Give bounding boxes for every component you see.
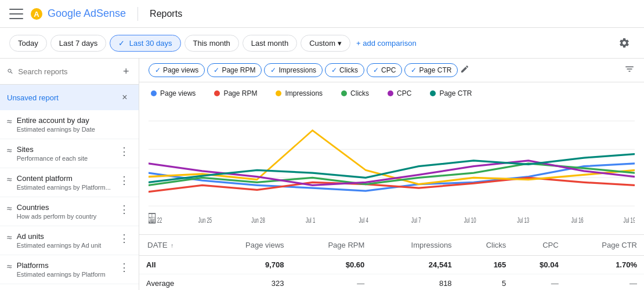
- search-icon: [7, 67, 13, 76]
- filter-today-button[interactable]: Today: [9, 35, 47, 52]
- nav-item-subtitle: Estimated earnings by Date: [17, 126, 132, 133]
- col-header-page-rpm[interactable]: Page RPM: [291, 235, 372, 256]
- line-chart: Jun 22 Jun 25 Jun 28 Jul 1 Jul 4 Jul 7 J…: [149, 102, 635, 234]
- sidebar-item-countries[interactable]: ≈ Countries How ads perform by country ⋮: [0, 197, 139, 226]
- close-unsaved-button[interactable]: ×: [118, 90, 132, 104]
- nav-item-more-icon[interactable]: ⋮: [117, 261, 132, 274]
- add-comparison-button[interactable]: + add comparison: [356, 39, 417, 48]
- table-row-average: Average 323 — 818 5 — —: [139, 274, 644, 291]
- filter-last30-button[interactable]: ✓ Last 30 days: [110, 35, 180, 52]
- metric-chip-page-ctr[interactable]: ✓ Page CTR: [404, 63, 458, 77]
- filter-lastmonth-button[interactable]: Last month: [243, 35, 297, 52]
- col-header-clicks[interactable]: Clicks: [459, 235, 513, 256]
- nav-item-title: Content platform: [17, 174, 112, 183]
- filter-thismonth-button[interactable]: This month: [184, 35, 239, 52]
- svg-text:Jul 13: Jul 13: [517, 216, 529, 224]
- cell-cpc-average: —: [513, 274, 565, 291]
- cell-cpc-all: $0.04: [513, 256, 565, 274]
- metric-chip-clicks[interactable]: ✓ Clicks: [325, 63, 364, 77]
- col-header-cpc[interactable]: CPC: [513, 235, 565, 256]
- svg-text:A: A: [34, 10, 39, 19]
- chart-area: Jun 22 Jun 25 Jun 28 Jul 1 Jul 4 Jul 7 J…: [139, 100, 644, 234]
- left-sidebar: + Unsaved report × ≈ Entire account by d…: [0, 59, 139, 290]
- metric-chip-page-views[interactable]: ✓ Page views: [149, 63, 205, 77]
- check-icon: ✓: [411, 66, 417, 74]
- legend-dot-page-rpm: [214, 90, 220, 96]
- table-row-all: All 9,708 $0.60 24,541 165 $0.04 1.70%: [139, 256, 644, 274]
- unsaved-report-item[interactable]: Unsaved report ×: [0, 85, 139, 110]
- nav-item-subtitle: How ads perform by country: [17, 213, 112, 220]
- legend-item-page-views: Page views: [151, 89, 196, 97]
- metric-chip-page-rpm[interactable]: ✓ Page RPM: [207, 63, 262, 77]
- check-icon: ✓: [373, 66, 379, 74]
- nav-item-more-icon[interactable]: ⋮: [117, 203, 132, 216]
- check-icon: ✓: [118, 39, 125, 48]
- logo-text: Google AdSense: [48, 8, 126, 20]
- search-input[interactable]: [18, 67, 115, 76]
- add-report-button[interactable]: +: [120, 63, 132, 79]
- nav-item-title: Countries: [17, 203, 112, 212]
- sidebar-item-content-platform[interactable]: ≈ Content platform Estimated earnings by…: [0, 168, 139, 197]
- sidebar-item-sites[interactable]: ≈ Sites Performance of each site ⋮: [0, 139, 139, 168]
- svg-text:Jul 7: Jul 7: [411, 216, 421, 224]
- legend-dot-cpc: [388, 90, 393, 96]
- nav-item-title: Sites: [17, 145, 112, 154]
- filter-custom-button[interactable]: Custom ▾: [301, 35, 350, 52]
- adsense-logo-icon: A: [30, 8, 43, 20]
- legend-item-page-ctr: Page CTR: [430, 89, 472, 97]
- cell-impressions-all: 24,541: [371, 256, 458, 274]
- edit-metrics-button[interactable]: [460, 64, 469, 76]
- sidebar-item-entire-account[interactable]: ≈ Entire account by day Estimated earnin…: [0, 110, 139, 139]
- svg-text:Jul 4: Jul 4: [359, 216, 368, 224]
- cell-impressions-average: 818: [371, 274, 458, 291]
- cell-pageviews-average: 323: [207, 274, 291, 291]
- header-divider: [138, 7, 138, 21]
- nav-item-icon: ≈: [7, 262, 12, 272]
- col-header-page-ctr[interactable]: Page CTR: [566, 235, 644, 256]
- nav-item-more-icon[interactable]: ⋮: [117, 145, 132, 158]
- metrics-bar: ✓ Page views ✓ Page RPM ✓ Impressions ✓ …: [139, 59, 644, 82]
- check-icon: ✓: [214, 66, 219, 74]
- nav-item-icon: ≈: [7, 204, 12, 214]
- main-layout: + Unsaved report × ≈ Entire account by d…: [0, 59, 644, 290]
- nav-item-icon: ≈: [7, 117, 12, 127]
- nav-item-more-icon[interactable]: ⋮: [117, 174, 132, 187]
- legend-item-cpc: CPC: [388, 89, 411, 97]
- data-table: DATE ↑ Page views Page RPM Impressions C…: [139, 234, 644, 290]
- nav-item-subtitle: Estimated earnings by Platform...: [17, 184, 112, 191]
- right-content: ✓ Page views ✓ Page RPM ✓ Impressions ✓ …: [139, 59, 644, 290]
- sidebar-item-platforms[interactable]: ≈ Platforms Estimated earnings by Platfo…: [0, 255, 139, 284]
- metric-chip-cpc[interactable]: ✓ CPC: [367, 63, 402, 77]
- page-title: Reports: [150, 9, 182, 19]
- col-header-date[interactable]: DATE ↑: [139, 235, 207, 256]
- metric-chip-impressions[interactable]: ✓ Impressions: [264, 63, 323, 77]
- unsaved-report-label: Unsaved report: [7, 93, 59, 102]
- svg-text:Jul 19: Jul 19: [624, 216, 635, 224]
- nav-item-subtitle: Performance of each site: [17, 155, 112, 162]
- col-header-page-views[interactable]: Page views: [207, 235, 291, 256]
- cell-date-average: Average: [139, 274, 207, 291]
- svg-text:Jul 1: Jul 1: [306, 216, 315, 224]
- filter-last7-button[interactable]: Last 7 days: [50, 35, 107, 52]
- sort-icon: ↑: [171, 242, 173, 249]
- filter-bar: Today Last 7 days ✓ Last 30 days This mo…: [0, 28, 644, 59]
- cell-clicks-average: 5: [459, 274, 513, 291]
- settings-button[interactable]: [614, 32, 635, 53]
- svg-text:Jun 25: Jun 25: [198, 216, 212, 224]
- col-header-impressions[interactable]: Impressions: [371, 235, 458, 256]
- sort-date-button[interactable]: DATE ↑: [146, 240, 175, 251]
- legend-dot-impressions: [276, 90, 281, 96]
- settings-icon: [618, 37, 630, 49]
- legend-item-clicks: Clicks: [341, 89, 369, 97]
- nav-item-subtitle: Estimated earnings by Ad unit: [17, 242, 112, 249]
- sidebar-item-ad-units[interactable]: ≈ Ad units Estimated earnings by Ad unit…: [0, 226, 139, 255]
- cell-pagerpm-all: $0.60: [291, 256, 372, 274]
- nav-item-icon: ≈: [7, 146, 12, 156]
- legend-item-page-rpm: Page RPM: [214, 89, 257, 97]
- menu-icon[interactable]: [9, 7, 23, 21]
- nav-item-more-icon[interactable]: ⋮: [117, 232, 132, 245]
- filter-view-button[interactable]: [624, 64, 635, 77]
- cell-date-all: All: [139, 256, 207, 274]
- check-icon: ✓: [270, 66, 276, 74]
- cell-clicks-all: 165: [459, 256, 513, 274]
